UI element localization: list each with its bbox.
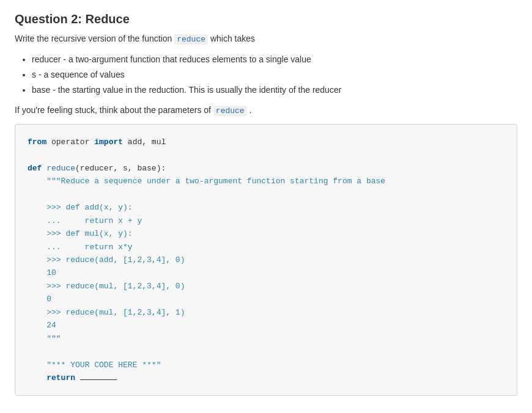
hint-code: reduce [213,106,247,116]
code-line-4: """Reduce a sequence under a two-argumen… [28,175,504,188]
code-line-15: 24 [28,319,504,332]
list-item: base - the starting value in the reducti… [32,82,517,98]
hint-text: If you're feeling stuck, think about the… [15,105,211,115]
code-line-7: ... return x + y [28,214,504,227]
list-item: s - a sequence of values [32,67,517,82]
code-block: from operator import add, mul def reduce… [15,124,517,396]
intro-paragraph: Write the recursive version of the funct… [15,32,517,46]
list-item: reducer - a two-argument function that r… [32,52,517,67]
code-line-14: >>> reduce(mul, [1,2,3,4], 1) [28,306,504,319]
hint-suffix: . [249,105,252,115]
code-line-10: >>> reduce(add, [1,2,3,4], 0) [28,254,504,266]
intro-suffix: which takes [210,34,255,43]
code-line-9: ... return x*y [28,241,504,254]
code-line-3: def reduce(reducer, s, base): [28,162,504,175]
reduce-inline-code: reduce [174,34,208,45]
intro-text: Write the recursive version of the funct… [15,34,172,43]
code-line-16: """ [28,332,504,345]
code-line-1: from operator import add, mul [28,136,504,148]
code-line-8: >>> def mul(x, y): [28,227,504,240]
bullet-list: reducer - a two-argument function that r… [32,52,517,98]
page-title: Question 2: Reduce [15,12,517,26]
code-line-11: 10 [28,266,504,279]
code-line-18: return [28,371,504,384]
code-line-6: >>> def add(x, y): [28,201,504,214]
code-line-12: >>> reduce(mul, [1,2,3,4], 0) [28,280,504,293]
code-line-13: 0 [28,293,504,305]
code-line-17: "*** YOUR CODE HERE ***" [28,359,504,371]
hint-paragraph: If you're feeling stuck, think about the… [15,105,517,115]
